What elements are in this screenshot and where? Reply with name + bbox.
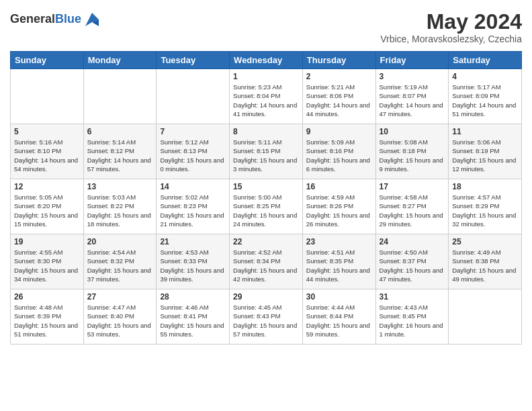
day-info: Sunrise: 4:47 AM Sunset: 8:40 PM Dayligh… <box>87 303 153 338</box>
table-row: 2Sunrise: 5:21 AM Sunset: 8:06 PM Daylig… <box>302 69 375 124</box>
day-info: Sunrise: 4:43 AM Sunset: 8:45 PM Dayligh… <box>380 303 445 338</box>
header: GeneralBlue May 2024 Vrbice, Moravskosle… <box>10 10 522 44</box>
day-info: Sunrise: 5:02 AM Sunset: 8:23 PM Dayligh… <box>160 193 226 228</box>
day-info: Sunrise: 4:48 AM Sunset: 8:39 PM Dayligh… <box>14 303 80 338</box>
logo-general-text: General <box>10 12 55 26</box>
table-row <box>157 69 230 124</box>
day-number: 1 <box>233 72 299 81</box>
table-row: 7Sunrise: 5:12 AM Sunset: 8:13 PM Daylig… <box>157 124 230 179</box>
day-number: 15 <box>233 182 299 191</box>
table-row: 18Sunrise: 4:57 AM Sunset: 8:29 PM Dayli… <box>449 179 522 234</box>
header-monday: Monday <box>83 52 157 69</box>
day-info: Sunrise: 4:57 AM Sunset: 8:29 PM Dayligh… <box>452 193 518 228</box>
day-number: 6 <box>87 127 153 136</box>
day-number: 2 <box>306 72 372 81</box>
table-row: 11Sunrise: 5:06 AM Sunset: 8:19 PM Dayli… <box>449 124 522 179</box>
day-info: Sunrise: 5:03 AM Sunset: 8:22 PM Dayligh… <box>87 193 153 228</box>
table-row: 19Sunrise: 4:55 AM Sunset: 8:30 PM Dayli… <box>11 234 84 289</box>
day-info: Sunrise: 5:05 AM Sunset: 8:20 PM Dayligh… <box>14 193 80 228</box>
day-number: 27 <box>87 292 153 302</box>
day-info: Sunrise: 5:17 AM Sunset: 8:09 PM Dayligh… <box>452 83 518 118</box>
logo: GeneralBlue <box>10 10 101 29</box>
table-row: 25Sunrise: 4:49 AM Sunset: 8:38 PM Dayli… <box>449 234 522 289</box>
day-number: 10 <box>380 127 445 136</box>
title-section: May 2024 Vrbice, Moravskoslezsky, Czechi… <box>380 10 522 44</box>
day-number: 31 <box>380 292 445 302</box>
page: GeneralBlue May 2024 Vrbice, Moravskosle… <box>0 0 532 411</box>
day-number: 18 <box>452 182 518 191</box>
day-info: Sunrise: 4:46 AM Sunset: 8:41 PM Dayligh… <box>160 303 226 338</box>
table-row: 6Sunrise: 5:14 AM Sunset: 8:12 PM Daylig… <box>83 124 157 179</box>
day-info: Sunrise: 5:21 AM Sunset: 8:06 PM Dayligh… <box>306 83 372 118</box>
logo-blue-text: Blue <box>55 12 81 26</box>
day-number: 23 <box>306 237 372 246</box>
calendar-week-row: 1Sunrise: 5:23 AM Sunset: 8:04 PM Daylig… <box>11 69 522 124</box>
day-number: 25 <box>452 237 518 246</box>
day-number: 14 <box>160 182 226 191</box>
table-row <box>83 69 157 124</box>
day-number: 30 <box>306 292 372 302</box>
table-row: 24Sunrise: 4:50 AM Sunset: 8:37 PM Dayli… <box>375 234 449 289</box>
day-info: Sunrise: 4:53 AM Sunset: 8:33 PM Dayligh… <box>160 248 226 283</box>
day-number: 3 <box>380 72 445 81</box>
day-number: 4 <box>452 72 518 81</box>
table-row: 29Sunrise: 4:45 AM Sunset: 8:43 PM Dayli… <box>230 289 303 345</box>
logo-icon <box>83 10 101 29</box>
day-info: Sunrise: 4:49 AM Sunset: 8:38 PM Dayligh… <box>452 248 518 283</box>
calendar-week-row: 5Sunrise: 5:16 AM Sunset: 8:10 PM Daylig… <box>11 124 522 179</box>
header-saturday: Saturday <box>449 52 522 69</box>
day-number: 17 <box>380 182 445 191</box>
table-row: 8Sunrise: 5:11 AM Sunset: 8:15 PM Daylig… <box>230 124 303 179</box>
day-number: 19 <box>14 237 80 246</box>
table-row: 23Sunrise: 4:51 AM Sunset: 8:35 PM Dayli… <box>302 234 375 289</box>
calendar-week-row: 12Sunrise: 5:05 AM Sunset: 8:20 PM Dayli… <box>11 179 522 234</box>
table-row: 26Sunrise: 4:48 AM Sunset: 8:39 PM Dayli… <box>11 289 84 345</box>
day-info: Sunrise: 4:50 AM Sunset: 8:37 PM Dayligh… <box>380 248 445 283</box>
day-number: 20 <box>87 237 153 246</box>
day-number: 9 <box>306 127 372 136</box>
table-row: 12Sunrise: 5:05 AM Sunset: 8:20 PM Dayli… <box>11 179 84 234</box>
day-info: Sunrise: 5:08 AM Sunset: 8:18 PM Dayligh… <box>380 138 445 173</box>
day-number: 12 <box>14 182 80 191</box>
day-info: Sunrise: 4:52 AM Sunset: 8:34 PM Dayligh… <box>233 248 299 283</box>
table-row: 30Sunrise: 4:44 AM Sunset: 8:44 PM Dayli… <box>302 289 375 345</box>
day-info: Sunrise: 5:00 AM Sunset: 8:25 PM Dayligh… <box>233 193 299 228</box>
month-title: May 2024 <box>380 10 522 34</box>
calendar-week-row: 19Sunrise: 4:55 AM Sunset: 8:30 PM Dayli… <box>11 234 522 289</box>
header-wednesday: Wednesday <box>230 52 303 69</box>
day-number: 8 <box>233 127 299 136</box>
day-number: 11 <box>452 127 518 136</box>
day-number: 24 <box>380 237 445 246</box>
header-friday: Friday <box>375 52 449 69</box>
table-row: 5Sunrise: 5:16 AM Sunset: 8:10 PM Daylig… <box>11 124 84 179</box>
day-info: Sunrise: 4:58 AM Sunset: 8:27 PM Dayligh… <box>380 193 445 228</box>
table-row: 20Sunrise: 4:54 AM Sunset: 8:32 PM Dayli… <box>83 234 157 289</box>
calendar-header-row: Sunday Monday Tuesday Wednesday Thursday… <box>11 52 522 69</box>
calendar-table: Sunday Monday Tuesday Wednesday Thursday… <box>10 51 522 345</box>
table-row: 1Sunrise: 5:23 AM Sunset: 8:04 PM Daylig… <box>230 69 303 124</box>
header-thursday: Thursday <box>302 52 375 69</box>
day-number: 5 <box>14 127 80 136</box>
table-row: 9Sunrise: 5:09 AM Sunset: 8:16 PM Daylig… <box>302 124 375 179</box>
header-sunday: Sunday <box>11 52 84 69</box>
day-info: Sunrise: 4:55 AM Sunset: 8:30 PM Dayligh… <box>14 248 80 283</box>
table-row: 22Sunrise: 4:52 AM Sunset: 8:34 PM Dayli… <box>230 234 303 289</box>
day-number: 22 <box>233 237 299 246</box>
day-number: 29 <box>233 292 299 302</box>
header-tuesday: Tuesday <box>157 52 230 69</box>
day-info: Sunrise: 5:11 AM Sunset: 8:15 PM Dayligh… <box>233 138 299 173</box>
day-number: 7 <box>160 127 226 136</box>
day-number: 13 <box>87 182 153 191</box>
day-info: Sunrise: 5:23 AM Sunset: 8:04 PM Dayligh… <box>233 83 299 118</box>
table-row: 14Sunrise: 5:02 AM Sunset: 8:23 PM Dayli… <box>157 179 230 234</box>
day-info: Sunrise: 5:16 AM Sunset: 8:10 PM Dayligh… <box>14 138 80 173</box>
day-info: Sunrise: 4:44 AM Sunset: 8:44 PM Dayligh… <box>306 303 372 338</box>
table-row: 4Sunrise: 5:17 AM Sunset: 8:09 PM Daylig… <box>449 69 522 124</box>
table-row <box>11 69 84 124</box>
day-info: Sunrise: 5:19 AM Sunset: 8:07 PM Dayligh… <box>380 83 445 118</box>
table-row: 21Sunrise: 4:53 AM Sunset: 8:33 PM Dayli… <box>157 234 230 289</box>
table-row: 10Sunrise: 5:08 AM Sunset: 8:18 PM Dayli… <box>375 124 449 179</box>
day-info: Sunrise: 5:12 AM Sunset: 8:13 PM Dayligh… <box>160 138 226 173</box>
calendar-week-row: 26Sunrise: 4:48 AM Sunset: 8:39 PM Dayli… <box>11 289 522 345</box>
day-info: Sunrise: 5:14 AM Sunset: 8:12 PM Dayligh… <box>87 138 153 173</box>
